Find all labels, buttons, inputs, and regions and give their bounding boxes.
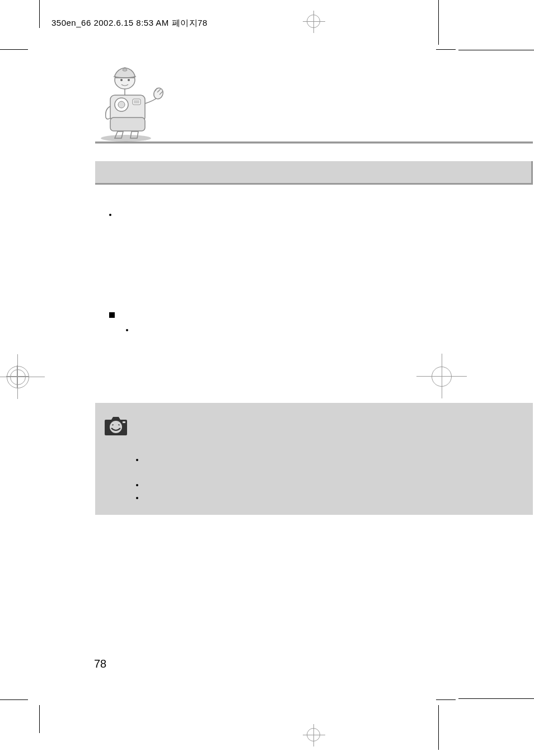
crop-mark: [39, 0, 40, 28]
svg-point-10: [120, 79, 123, 81]
crop-mark: [39, 705, 40, 733]
bullet-icon: [136, 459, 138, 461]
bullet-icon: [109, 214, 111, 216]
svg-point-4: [118, 101, 125, 108]
horizontal-rule: [95, 142, 533, 144]
crop-mark: [438, 0, 439, 45]
registration-mark-icon: [307, 15, 320, 28]
svg-rect-6: [134, 100, 139, 104]
mascot-illustration: [98, 64, 171, 145]
registration-mark-icon: [0, 377, 45, 377]
svg-rect-13: [123, 421, 125, 423]
bullet-icon: [126, 329, 128, 331]
crop-mark: [438, 705, 439, 750]
svg-point-7: [152, 87, 165, 100]
svg-point-9: [123, 69, 127, 71]
crop-mark: [436, 699, 456, 700]
bullet-icon: [136, 497, 138, 499]
note-box: [95, 403, 533, 515]
crop-mark: [436, 49, 456, 50]
svg-point-12: [110, 421, 122, 433]
crop-mark: [0, 49, 28, 50]
bullet-icon: [136, 484, 138, 486]
svg-point-11: [128, 79, 130, 81]
registration-mark-icon: [307, 728, 320, 741]
print-slug: 350en_66 2002.6.15 8:53 AM 페이지78: [51, 18, 208, 29]
svg-rect-2: [110, 118, 145, 131]
camera-smile-icon: [102, 414, 129, 439]
registration-mark-icon: [17, 354, 18, 399]
page-number: 78: [94, 658, 106, 670]
crop-mark: [0, 699, 28, 700]
bullet-square-icon: [109, 312, 115, 318]
registration-mark-icon: [10, 369, 26, 385]
svg-point-0: [101, 135, 151, 142]
trim-line: [458, 50, 534, 50]
registration-mark-icon: [442, 354, 442, 398]
trim-line: [458, 698, 534, 699]
section-title-box: [95, 161, 533, 185]
